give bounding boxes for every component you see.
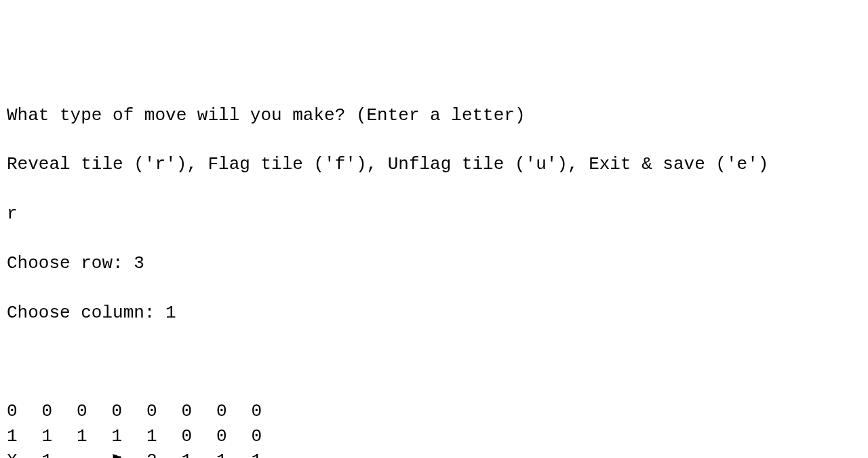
- board-cell: 0: [216, 424, 251, 449]
- game-board: 0000000011111000X1.⚑21111123....001⚑5...…: [7, 399, 861, 458]
- hidden-cell: .: [77, 449, 111, 458]
- board-cell: 0: [251, 399, 285, 423]
- board-cell: 1: [41, 424, 76, 449]
- board-row: 11111000: [7, 424, 861, 449]
- move-choice-input[interactable]: r: [7, 202, 861, 226]
- mine-icon: X: [7, 449, 41, 458]
- row-input[interactable]: 3: [134, 253, 144, 273]
- board-cell: 0: [251, 424, 285, 449]
- choose-row-label: Choose row:: [7, 253, 134, 273]
- board-cell: 1: [146, 424, 181, 449]
- board-cell: 1: [41, 449, 76, 458]
- choose-column-label: Choose column:: [7, 303, 165, 323]
- board-cell: 0: [7, 399, 41, 423]
- board-cell: 0: [181, 399, 216, 423]
- board-cell: 1: [111, 424, 146, 449]
- board-cell: 0: [41, 399, 76, 423]
- column-input[interactable]: 1: [165, 303, 176, 323]
- board-cell: 0: [216, 399, 251, 423]
- board-cell: 1: [251, 449, 285, 458]
- board-cell: 0: [146, 399, 181, 423]
- flag-icon: ⚑: [111, 449, 146, 458]
- board-row: 00000000: [7, 399, 861, 423]
- choose-row-line: Choose row: 3: [7, 251, 861, 275]
- board-cell: 0: [77, 399, 111, 423]
- board-cell: 0: [181, 424, 216, 449]
- blank-line: [7, 349, 861, 374]
- board-row: X1.⚑2111: [7, 449, 861, 458]
- board-cell: 1: [216, 449, 251, 458]
- board-cell: 1: [77, 424, 111, 449]
- board-cell: 2: [146, 449, 181, 458]
- move-options-prompt: Reveal tile ('r'), Flag tile ('f'), Unfl…: [7, 152, 861, 176]
- board-cell: 1: [7, 424, 41, 449]
- board-cell: 0: [111, 399, 146, 423]
- move-type-prompt: What type of move will you make? (Enter …: [7, 103, 861, 128]
- choose-column-line: Choose column: 1: [7, 301, 861, 325]
- board-cell: 1: [181, 449, 216, 458]
